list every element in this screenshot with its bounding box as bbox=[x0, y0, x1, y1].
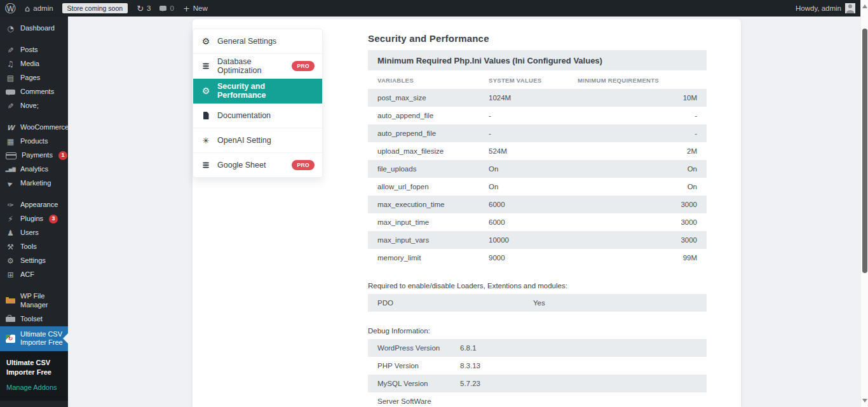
csv-importer-icon bbox=[6, 335, 15, 343]
system-value: 524M bbox=[489, 147, 578, 155]
security-performance-content: Security and Performance Minimum Require… bbox=[368, 19, 707, 407]
sidebar-item[interactable]: WP File Manager bbox=[0, 290, 68, 312]
account-menu[interactable]: Howdy, admin bbox=[796, 3, 855, 13]
debug-value: 8.3.13 bbox=[460, 362, 697, 370]
tab-label: Security and Performance bbox=[217, 82, 315, 100]
database-icon bbox=[201, 164, 211, 166]
debug-key: PHP Version bbox=[377, 362, 460, 370]
sidebar-item-label: Toolset bbox=[20, 315, 43, 324]
settings-tab[interactable]: OpenAI Setting bbox=[193, 128, 322, 153]
settings-tab[interactable]: Documentation bbox=[193, 103, 322, 128]
debug-value: 6.8.1 bbox=[460, 344, 697, 352]
media-icon bbox=[6, 60, 15, 68]
table-row: memory_limit 9000 99M bbox=[368, 249, 707, 267]
table-row: post_max_size 1024M 10M bbox=[368, 89, 707, 107]
settings-tab[interactable]: Google Sheet PRO bbox=[193, 153, 322, 177]
comments-menu[interactable]: 0 bbox=[159, 4, 173, 12]
table-row: allow_url_fopen On On bbox=[368, 178, 707, 196]
sidebar-item-label: Posts bbox=[20, 46, 38, 55]
notification-badge: 3 bbox=[49, 215, 58, 224]
sidebar-item[interactable]: Users bbox=[0, 226, 68, 240]
sidebar-item[interactable]: Ultimate CSV Importer Free bbox=[0, 326, 68, 352]
site-menu[interactable]: ⌂ admin bbox=[25, 4, 53, 13]
updates-count: 3 bbox=[147, 4, 151, 12]
settings-tab[interactable]: Security and Performance bbox=[193, 79, 322, 103]
debug-table: WordPress Version 6.8.1 PHP Version 8.3.… bbox=[368, 339, 707, 407]
variable-name: auto_append_file bbox=[377, 112, 489, 119]
sidebar-item[interactable]: Plugins 3 bbox=[0, 212, 68, 226]
sidebar-item[interactable]: Payments 1 bbox=[0, 149, 68, 163]
sidebar-item[interactable]: Appearance bbox=[0, 198, 68, 212]
sidebar-item-label: Plugins bbox=[20, 215, 43, 224]
settings-icon bbox=[6, 257, 15, 265]
loaders-section-label: Required to enable/disable Loaders, Exte… bbox=[368, 282, 707, 290]
sidebar-item-label: Tools bbox=[20, 243, 37, 251]
system-value: 10000 bbox=[489, 236, 578, 244]
sidebar-item[interactable]: Settings bbox=[0, 254, 68, 268]
sidebar-item[interactable]: Nove; bbox=[0, 99, 68, 113]
minimum-requirement: 3000 bbox=[578, 218, 697, 226]
scroll-up-arrow-icon[interactable] bbox=[862, 4, 867, 8]
updates-menu[interactable]: ↻ 3 bbox=[137, 4, 151, 13]
table-row: PDO Yes bbox=[368, 294, 707, 312]
minimum-requirement: - bbox=[578, 130, 697, 137]
table-row: max_execution_time 6000 3000 bbox=[368, 196, 707, 213]
toolset-icon bbox=[6, 317, 15, 322]
sidebar-item[interactable]: Media bbox=[0, 57, 68, 71]
new-content-menu[interactable]: + New bbox=[183, 4, 208, 13]
phpini-section-header: Minimum Required Php.Ini Values (Ini Con… bbox=[368, 50, 707, 70]
sidebar-item-label: Nove; bbox=[20, 102, 39, 110]
sidebar-item-label: Appearance bbox=[20, 201, 58, 210]
pushpin-icon bbox=[6, 102, 15, 110]
comment-icon bbox=[6, 90, 15, 95]
submenu-item-csv-importer[interactable]: Ultimate CSV Importer Free bbox=[0, 356, 68, 380]
sidebar-item-label: Comments bbox=[20, 88, 54, 97]
sidebar-item[interactable]: Products bbox=[0, 135, 68, 149]
settings-tab[interactable]: Database Optimization PRO bbox=[193, 54, 322, 79]
megaphone-icon bbox=[6, 181, 15, 187]
sidebar-item[interactable]: Analytics bbox=[0, 163, 68, 177]
sidebar-item-label: Ultimate CSV Importer Free bbox=[20, 330, 64, 348]
tab-label: Documentation bbox=[217, 111, 271, 120]
submenu-item-manage-addons[interactable]: Manage Addons bbox=[0, 380, 68, 395]
page-scrollbar[interactable] bbox=[860, 0, 868, 407]
sidebar-item[interactable]: Posts bbox=[0, 43, 68, 57]
sidebar-item[interactable]: ACF bbox=[0, 268, 68, 282]
coming-soon-badge[interactable]: Store coming soon bbox=[62, 3, 128, 13]
table-row: upload_max_filesize 524M 2M bbox=[368, 142, 707, 160]
system-value: - bbox=[489, 112, 578, 119]
table-row: Server SoftWare bbox=[368, 392, 707, 407]
sidebar-item[interactable]: Tools bbox=[0, 240, 68, 254]
database-icon bbox=[201, 65, 211, 67]
admin-sidebar: Dashboard Posts Media Pages bbox=[0, 17, 68, 407]
wp-logo-menu[interactable]: Ⓦ bbox=[5, 3, 16, 14]
table-row: PHP Version 8.3.13 bbox=[368, 357, 707, 375]
variable-name: allow_url_fopen bbox=[377, 183, 489, 190]
plus-icon: + bbox=[183, 4, 190, 13]
tab-label: Database Optimization bbox=[217, 57, 285, 75]
loader-name: PDO bbox=[377, 299, 533, 307]
sidebar-item[interactable]: WooCommerce bbox=[0, 121, 68, 135]
settings-tab[interactable]: General Settings bbox=[193, 29, 322, 54]
sidebar-item[interactable]: Marketing bbox=[0, 177, 68, 190]
sidebar-item-label: WP File Manager bbox=[20, 292, 64, 310]
csv-importer-submenu: Ultimate CSV Importer Free Manage Addons bbox=[0, 351, 68, 401]
tab-label: Google Sheet bbox=[217, 161, 266, 170]
debug-key: WordPress Version bbox=[377, 344, 460, 352]
comment-bubble-icon bbox=[159, 6, 166, 11]
sidebar-item-label: ACF bbox=[20, 270, 34, 279]
gear-icon bbox=[201, 37, 211, 46]
table-row: WordPress Version 6.8.1 bbox=[368, 339, 707, 357]
table-row: auto_prepend_file - - bbox=[368, 124, 707, 142]
folder-icon bbox=[6, 298, 15, 304]
sidebar-item[interactable]: Pages bbox=[0, 71, 68, 85]
sidebar-item[interactable]: Toolset bbox=[0, 312, 68, 326]
system-value: - bbox=[489, 130, 578, 137]
sidebar-item[interactable]: Comments bbox=[0, 85, 68, 99]
minimum-requirement: 10M bbox=[578, 94, 697, 102]
scrollbar-thumb[interactable] bbox=[862, 29, 867, 273]
debug-key: MySQL Version bbox=[377, 380, 460, 387]
minimum-requirement: 2M bbox=[578, 147, 697, 155]
sidebar-item[interactable]: Dashboard bbox=[0, 22, 68, 36]
scroll-down-arrow-icon[interactable] bbox=[862, 399, 867, 403]
